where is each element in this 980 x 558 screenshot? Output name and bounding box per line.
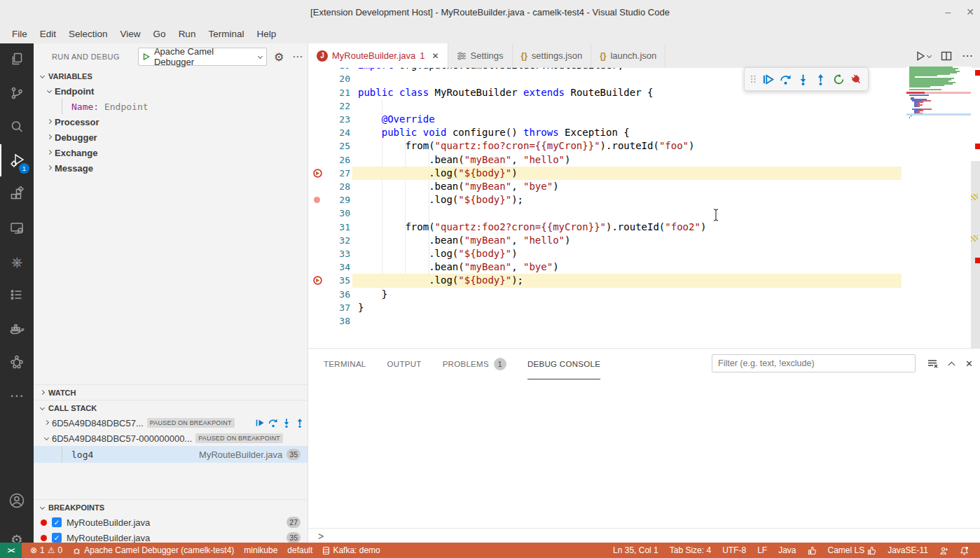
kafka-cluster-icon[interactable] xyxy=(0,346,34,378)
code-line-37[interactable]: 37} xyxy=(308,301,906,314)
continue-button[interactable] xyxy=(760,70,775,88)
variable-processor[interactable]: Processor xyxy=(34,114,308,130)
code-line-36[interactable]: 36 } xyxy=(308,288,906,301)
line-number[interactable]: 36 xyxy=(308,288,350,301)
variable-exchange[interactable]: Exchange xyxy=(34,145,308,160)
line-number[interactable]: 35 xyxy=(308,274,350,287)
line-number[interactable]: 20 xyxy=(308,72,350,85)
menu-edit[interactable]: Edit xyxy=(34,26,62,42)
problems-status[interactable]: ⊗ 1 ⚠ 0 xyxy=(26,545,67,555)
line-number[interactable]: 28 xyxy=(308,180,350,193)
code-line-33[interactable]: 33 .log("${body}") xyxy=(308,247,906,260)
disconnect-button[interactable] xyxy=(849,70,864,88)
tab-settings-json[interactable]: {} settings.json xyxy=(513,43,592,68)
line-number[interactable]: 23 xyxy=(308,113,350,126)
line-number[interactable]: 29 xyxy=(308,193,350,207)
menu-selection[interactable]: Selection xyxy=(62,26,114,42)
step-into-icon[interactable] xyxy=(282,418,291,428)
line-number[interactable]: 25 xyxy=(308,139,350,153)
close-icon[interactable]: ✕ xyxy=(432,51,439,61)
configure-gear-icon[interactable]: ⚙ xyxy=(274,50,284,64)
menu-terminal[interactable]: Terminal xyxy=(202,26,250,42)
namespace-status[interactable]: default xyxy=(283,545,317,555)
continue-icon[interactable] xyxy=(255,418,265,428)
debug-console-input[interactable]: > xyxy=(308,528,980,543)
close-icon[interactable]: ✕ xyxy=(966,6,974,18)
kafka-status[interactable]: Kafka: demo xyxy=(318,545,384,555)
breakpoint-row-27[interactable]: ✓ MyRouteBuilder.java 27 xyxy=(34,515,308,530)
code-editor[interactable]: 19import org.apache.camel.builder.RouteB… xyxy=(308,68,906,348)
code-line-34[interactable]: 34 .bean("myBean", "bye") xyxy=(308,260,906,274)
notifications-bell-icon[interactable] xyxy=(955,546,973,555)
remote-explorer-icon[interactable] xyxy=(0,212,34,244)
code-line-30[interactable]: 30 xyxy=(308,207,906,220)
code-line-38[interactable]: 38 xyxy=(308,314,906,328)
line-number[interactable]: 38 xyxy=(308,314,350,328)
code-line-24[interactable]: 24 public void configure() throws Except… xyxy=(308,126,906,139)
breakpoint-checkbox[interactable]: ✓ xyxy=(52,533,62,543)
line-number[interactable]: 33 xyxy=(308,247,350,260)
language-server-thumbsup-icon[interactable] xyxy=(803,546,821,555)
remote-indicator[interactable]: >< xyxy=(0,543,22,558)
kubernetes-icon[interactable]: ⎈ xyxy=(0,246,34,278)
menu-file[interactable]: File xyxy=(6,26,34,42)
run-java-button[interactable] xyxy=(915,50,931,62)
breakpoint-checkbox[interactable]: ✓ xyxy=(52,517,62,527)
watch-section-header[interactable]: WATCH xyxy=(34,384,308,400)
step-out-icon[interactable] xyxy=(295,418,305,428)
clear-console-icon[interactable] xyxy=(927,358,938,369)
line-number[interactable]: 21 xyxy=(308,86,350,99)
debug-toolbar[interactable] xyxy=(744,67,869,91)
call-stack-thread-1[interactable]: 6D5A49D848DBC57... PAUSED ON BREAKPOINT xyxy=(34,415,308,431)
line-number[interactable]: 22 xyxy=(308,99,350,113)
indentation-status[interactable]: Tab Size: 4 xyxy=(665,545,715,555)
code-line-23[interactable]: 23 @Override xyxy=(308,113,906,126)
close-panel-icon[interactable]: ✕ xyxy=(965,358,973,369)
line-number[interactable]: 26 xyxy=(308,153,350,167)
step-out-button[interactable] xyxy=(813,70,828,88)
run-and-debug-icon[interactable]: 1 xyxy=(0,144,34,176)
call-stack-section-header[interactable]: CALL STACK xyxy=(34,400,308,415)
debug-console-filter-input[interactable] xyxy=(712,354,916,372)
variables-section-header[interactable]: VARIABLES xyxy=(34,69,308,84)
eol-status[interactable]: LF xyxy=(753,545,771,555)
line-number[interactable]: 27 xyxy=(308,167,350,180)
extensions-icon[interactable] xyxy=(0,179,34,211)
maximize-panel-icon[interactable] xyxy=(948,361,955,368)
tab-output[interactable]: OUTPUT xyxy=(387,349,422,379)
more-views-icon[interactable]: ⋯ xyxy=(0,379,34,412)
split-editor-icon[interactable] xyxy=(941,50,952,62)
editor-scrollbar[interactable] xyxy=(971,68,980,348)
code-line-32[interactable]: 32 .bean("myBean", "hello") xyxy=(308,234,906,247)
breakpoints-section-header[interactable]: BREAKPOINTS xyxy=(34,499,308,515)
tab-terminal[interactable]: TERMINAL xyxy=(324,349,366,379)
debugger-status[interactable]: Apache Camel Debugger (camelk-test4) xyxy=(68,545,238,555)
code-line-25[interactable]: 25 from("quartz:foo?cron={{myCron}}").ro… xyxy=(308,139,906,153)
line-number[interactable]: 31 xyxy=(308,221,350,234)
scrollbar-thumb[interactable] xyxy=(971,161,980,348)
line-number[interactable]: 32 xyxy=(308,234,350,247)
menu-run[interactable]: Run xyxy=(172,26,202,42)
search-icon[interactable] xyxy=(0,111,34,143)
menu-help[interactable]: Help xyxy=(250,26,282,42)
restart-button[interactable] xyxy=(831,70,846,88)
code-line-28[interactable]: 28 .bean("myBean", "bye") xyxy=(308,180,906,193)
code-line-35[interactable]: 35 .log("${body}"); xyxy=(308,274,906,287)
minimize-icon[interactable]: – xyxy=(945,6,951,18)
line-number[interactable]: 34 xyxy=(308,260,350,274)
language-status[interactable]: Java xyxy=(774,545,800,555)
launch-config-select[interactable]: Apache Camel Debugger xyxy=(138,48,267,66)
menu-view[interactable]: View xyxy=(114,26,147,42)
step-over-icon[interactable] xyxy=(268,418,278,428)
code-line-29[interactable]: 29 .log("${body}"); xyxy=(308,193,906,207)
variable-message[interactable]: Message xyxy=(34,160,308,176)
test-explorer-icon[interactable] xyxy=(0,279,34,311)
tab-launch-json[interactable]: {} launch.json xyxy=(591,43,665,68)
code-line-27[interactable]: 27 .log("${body}") xyxy=(308,167,906,180)
toolbar-drag-handle[interactable] xyxy=(749,74,757,85)
minimap[interactable] xyxy=(906,67,971,348)
call-stack-thread-2[interactable]: 6D5A49D848DBC57-000000000... PAUSED ON B… xyxy=(34,431,308,446)
camel-ls-status[interactable]: Camel LS xyxy=(824,545,881,555)
code-line-26[interactable]: 26 .bean("myBean", "hello") xyxy=(308,153,906,167)
explorer-icon[interactable] xyxy=(0,43,34,76)
